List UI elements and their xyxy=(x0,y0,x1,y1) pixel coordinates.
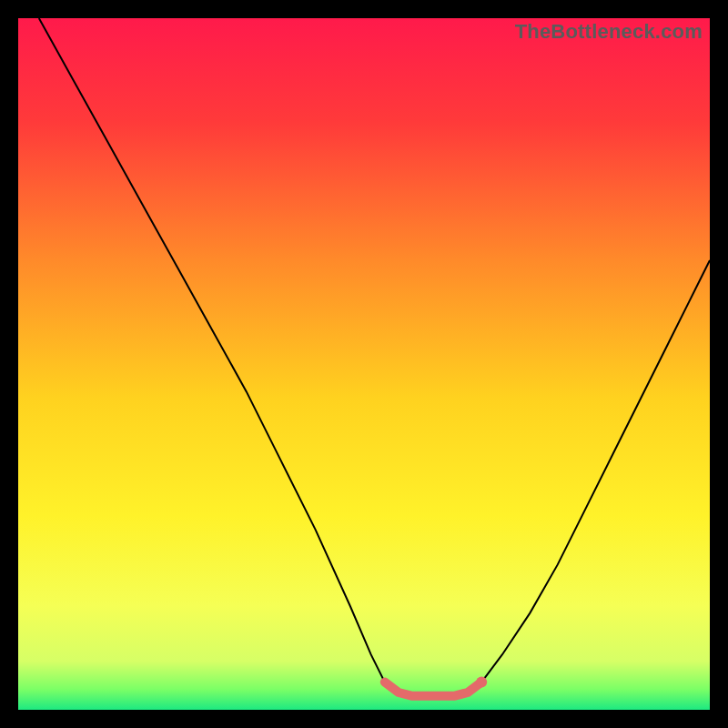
chart-background xyxy=(18,18,710,710)
watermark-label: TheBottleneck.com xyxy=(515,20,703,44)
bottleneck-curve-chart xyxy=(18,18,710,710)
chart-frame: TheBottleneck.com xyxy=(18,18,710,710)
marker-end-dot-right xyxy=(476,677,487,688)
